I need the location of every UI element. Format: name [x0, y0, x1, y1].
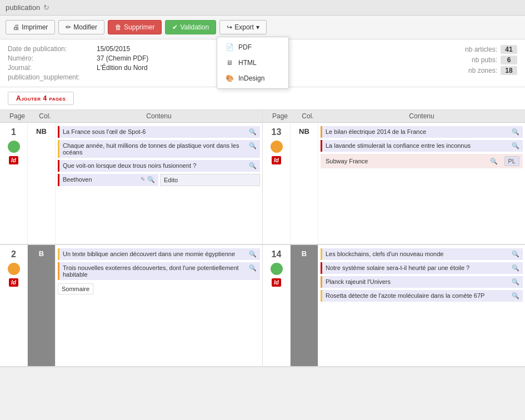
search-icon[interactable]: 🔍	[512, 292, 519, 299]
article-text: Notre système solaire sera-t-il heurté p…	[326, 264, 509, 271]
meta-journal-value: L'Édition du Nord	[97, 64, 148, 72]
col-indicator-2: B	[28, 245, 56, 366]
right-col-header: Page Col. Contenu	[263, 110, 525, 123]
subway-france-item[interactable]: Subway France 🔍 PL	[321, 154, 523, 168]
export-button[interactable]: ↪ Export ▾	[219, 20, 267, 34]
page-num-1: 1 Id	[0, 123, 28, 244]
col-label-13: NB	[299, 127, 309, 136]
status-dot-1	[8, 141, 20, 153]
pdf-icon: 📄	[225, 43, 234, 51]
article-text: Trois nouvelles exoterres découvertes, d…	[63, 264, 247, 278]
col-label-2: B	[39, 249, 44, 258]
export-indesign-label: InDesign	[238, 74, 264, 82]
search-icon[interactable]: 🔍	[512, 264, 519, 272]
top-bar: publication ↻	[0, 0, 525, 16]
add-pages-button[interactable]: Ajouter 4 pages	[8, 92, 74, 105]
article-text: Rosetta détecte de l'azote moléculaire d…	[326, 292, 509, 299]
meta-zones-value: 18	[501, 66, 517, 75]
validate-button[interactable]: ✔ Validation	[165, 20, 216, 34]
search-icon[interactable]: 🔍	[490, 158, 498, 165]
indesign-icon: 🎨	[225, 74, 234, 82]
article-item[interactable]: Que voit-on lorsque deux trous noirs fus…	[58, 160, 260, 172]
meta-pubs-label: nb pubs:	[453, 56, 497, 64]
meta-articles-label: nb articles:	[453, 46, 497, 53]
html-icon: 🖥	[225, 59, 234, 67]
sommaire-item[interactable]: Sommaire	[58, 283, 93, 294]
search-icon[interactable]: 🔍	[249, 142, 257, 149]
article-item[interactable]: Notre système solaire sera-t-il heurté p…	[321, 262, 523, 274]
export-html-item[interactable]: 🖥 HTML	[217, 55, 288, 71]
export-indesign-item[interactable]: 🎨 InDesign	[217, 71, 288, 86]
search-icon[interactable]: 🔍	[512, 278, 519, 286]
printer-icon: 🖨	[13, 23, 19, 31]
article-item[interactable]: Le bilan électrique 2014 de la France 🔍	[321, 126, 523, 138]
article-item[interactable]: La lavande stimulerait la confiance entr…	[321, 140, 523, 152]
article-item[interactable]: Les blockchains, clefs d'un nouveau mond…	[321, 248, 523, 260]
page-num-2: 2 Id	[0, 245, 28, 366]
pl-badge: PL	[504, 156, 519, 166]
meta-pubs-value: 6	[501, 56, 517, 64]
left-header-page: Page	[3, 112, 31, 120]
page-number-13: 13	[272, 127, 282, 137]
article-item[interactable]: Beethoven ✎ 🔍	[58, 174, 158, 186]
page-number-14: 14	[272, 249, 282, 259]
refresh-icon[interactable]: ↻	[43, 3, 49, 12]
meta-right: nb articles: 41 nb pubs: 6 nb zones: 18	[453, 45, 517, 81]
edit-icon: ✎	[141, 176, 145, 182]
articles-col-13: Le bilan électrique 2014 de la France 🔍 …	[318, 123, 525, 244]
col-indicator-14: B	[291, 245, 318, 366]
search-icon[interactable]: 🔍	[249, 128, 257, 136]
search-icon[interactable]: 🔍	[249, 264, 257, 272]
article-text: Les blockchains, clefs d'un nouveau mond…	[326, 251, 509, 257]
right-header-content: Contenu	[322, 112, 522, 120]
page-block-2: 2 Id B Un texte biblique ancien découver…	[0, 245, 262, 367]
indesign-badge-2: Id	[9, 278, 18, 287]
print-button[interactable]: 🖨 Imprimer	[6, 20, 55, 34]
pencil-icon: ✏	[66, 23, 71, 31]
article-item[interactable]: Trois nouvelles exoterres découvertes, d…	[58, 262, 260, 280]
check-icon: ✔	[172, 23, 178, 31]
meta-num-row: Numéro: 37 (Chemin PDF)	[8, 54, 148, 62]
status-dot-14	[271, 263, 283, 275]
meta-zones-row: nb zones: 18	[453, 66, 517, 75]
article-item-plain[interactable]: Edito	[160, 174, 260, 186]
page-number-2: 2	[11, 249, 16, 259]
col-label-1: NB	[36, 127, 47, 136]
right-header-page: Page	[266, 112, 294, 120]
search-icon[interactable]: 🔍	[512, 128, 519, 136]
meta-date-value: 15/05/2015	[97, 45, 130, 53]
left-header-col: Col.	[31, 112, 59, 120]
article-item[interactable]: Un texte biblique ancien découvert dans …	[58, 248, 260, 260]
article-text: Un texte biblique ancien découvert dans …	[63, 251, 247, 257]
article-text: La lavande stimulerait la confiance entr…	[326, 142, 509, 149]
search-icon[interactable]: 🔍	[249, 251, 257, 258]
col-label-14: B	[302, 249, 307, 258]
subway-france-text: Subway France	[326, 158, 488, 164]
meta-pubs-row: nb pubs: 6	[453, 56, 517, 64]
export-pdf-item[interactable]: 📄 PDF	[217, 39, 288, 55]
search-icon[interactable]: 🔍	[512, 142, 519, 149]
delete-button[interactable]: 🗑 Supprimer	[108, 20, 162, 34]
article-item[interactable]: La France sous l'œil de Spot-6 🔍	[58, 126, 260, 138]
meta-articles-row: nb articles: 41	[453, 45, 517, 54]
page-block-14: 14 Id B Les blockchains, clefs d'un nouv…	[263, 245, 525, 367]
search-icon[interactable]: 🔍	[249, 162, 257, 169]
article-item[interactable]: Rosetta détecte de l'azote moléculaire d…	[321, 290, 523, 302]
toolbar: 🖨 Imprimer ✏ Modifier 🗑 Supprimer ✔ Vali…	[0, 16, 525, 39]
search-icon[interactable]: 🔍	[147, 176, 155, 183]
meta-journal-label: Journal:	[8, 64, 97, 72]
col-indicator-1: NB	[28, 123, 56, 244]
export-dropdown: 📄 PDF 🖥 HTML 🎨 InDesign	[217, 37, 289, 89]
status-dot-2	[8, 263, 20, 275]
meta-date-row: Date de publication: 15/05/2015	[8, 45, 148, 53]
modify-button[interactable]: ✏ Modifier	[58, 20, 104, 34]
article-text: Que voit-on lorsque deux trous noirs fus…	[63, 162, 247, 169]
article-item[interactable]: Chaque année, huit millions de tonnes de…	[58, 140, 260, 158]
page-number-1: 1	[11, 127, 16, 137]
right-header-col: Col.	[294, 112, 322, 120]
search-icon[interactable]: 🔍	[512, 251, 519, 258]
left-col-header: Page Col. Contenu	[0, 110, 262, 123]
export-pdf-label: PDF	[238, 43, 252, 51]
article-text: Beethoven	[63, 176, 138, 183]
article-item[interactable]: Planck rajeunit l'Univers 🔍	[321, 276, 523, 288]
